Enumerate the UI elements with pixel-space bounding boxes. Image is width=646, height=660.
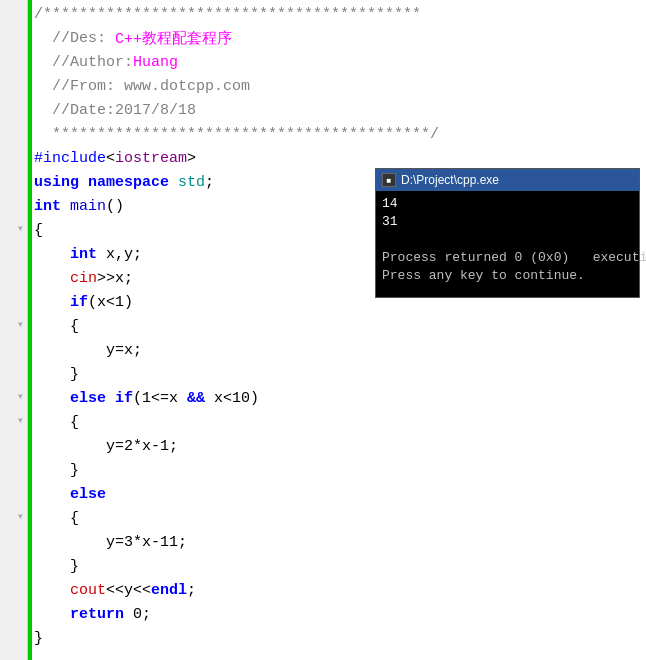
code-line-4: //From: www.dotcpp.com bbox=[34, 74, 640, 98]
code-line-19: y=2*x-1; bbox=[34, 434, 640, 458]
terminal-line-2: 31 bbox=[382, 213, 633, 231]
terminal-line-3 bbox=[382, 231, 633, 249]
code-line-2: //Des: C++教程配套程序 bbox=[34, 26, 640, 50]
code-line-16: } bbox=[34, 362, 640, 386]
code-line-25: cout<<y<<endl; bbox=[34, 578, 640, 602]
code-line-26: return 0; bbox=[34, 602, 640, 626]
code-line-3: //Author:Huang bbox=[34, 50, 640, 74]
terminal-title: D:\Project\cpp.exe bbox=[401, 173, 499, 187]
terminal-window: ■ D:\Project\cpp.exe 14 31 Process retur… bbox=[375, 168, 640, 298]
code-line-20: } bbox=[34, 458, 640, 482]
code-line-18: − { bbox=[34, 410, 640, 434]
code-line-15: y=x; bbox=[34, 338, 640, 362]
code-editor[interactable]: /***************************************… bbox=[28, 0, 646, 660]
code-line-14: − { bbox=[34, 314, 640, 338]
green-accent-bar bbox=[28, 0, 32, 660]
terminal-body: 14 31 Process returned 0 (0x0) execution… bbox=[376, 191, 639, 297]
terminal-line-4: Process returned 0 (0x0) execution bbox=[382, 249, 633, 267]
terminal-line-1: 14 bbox=[382, 195, 633, 213]
line-numbers: ▾ ▾ ▾ ▾ ▾ bbox=[0, 0, 28, 660]
code-line-6: ****************************************… bbox=[34, 122, 640, 146]
code-line-22: − { bbox=[34, 506, 640, 530]
terminal-icon: ■ bbox=[382, 173, 396, 187]
code-line-7: #include<iostream> bbox=[34, 146, 640, 170]
code-line-21: else bbox=[34, 482, 640, 506]
terminal-line-5: Press any key to continue. bbox=[382, 267, 633, 285]
code-line-5: //Date:2017/8/18 bbox=[34, 98, 640, 122]
code-line-23: y=3*x-11; bbox=[34, 530, 640, 554]
terminal-titlebar: ■ D:\Project\cpp.exe bbox=[376, 169, 639, 191]
code-line-17: − else if(1<=x && x<10) bbox=[34, 386, 640, 410]
code-line-27: } bbox=[34, 626, 640, 650]
code-line-1: /***************************************… bbox=[34, 2, 640, 26]
code-line-24: } bbox=[34, 554, 640, 578]
